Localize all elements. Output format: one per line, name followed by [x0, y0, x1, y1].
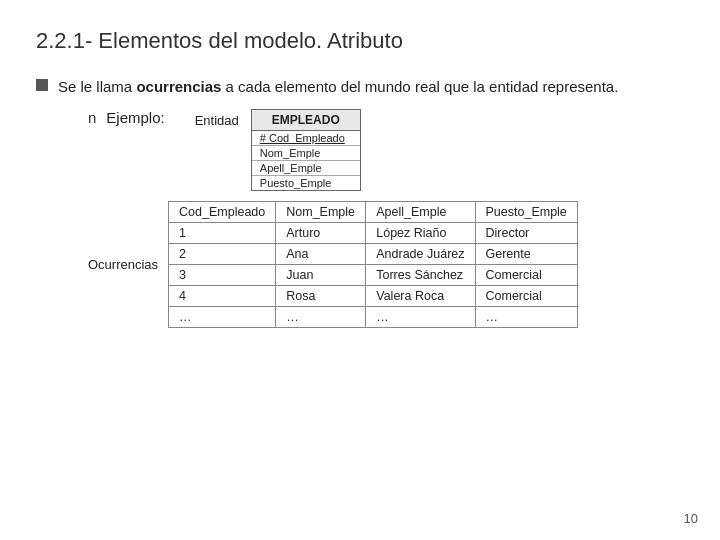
col-header-3: Puesto_Emple [475, 201, 577, 222]
cell-r1-c2: Andrade Juárez [366, 243, 475, 264]
cell-r0-c0: 1 [169, 222, 276, 243]
entity-attr-2: Apell_Emple [252, 161, 360, 176]
entity-attr-0: # Cod_Empleado [252, 131, 360, 146]
table-header-row: Cod_Empleado Nom_Emple Apell_Emple Puest… [169, 201, 578, 222]
col-header-2: Apell_Emple [366, 201, 475, 222]
data-table: Cod_Empleado Nom_Emple Apell_Emple Puest… [168, 201, 578, 328]
table-section: Ocurrencias Cod_Empleado Nom_Emple Apell… [88, 201, 684, 328]
cell-r4-c0: … [169, 306, 276, 327]
cell-r4-c1: … [276, 306, 366, 327]
table-row: 1ArturoLópez RiañoDirector [169, 222, 578, 243]
cell-r1-c0: 2 [169, 243, 276, 264]
entidad-label: Entidad [195, 113, 239, 128]
entity-attr-3: Puesto_Emple [252, 176, 360, 190]
cell-r0-c1: Arturo [276, 222, 366, 243]
col-header-0: Cod_Empleado [169, 201, 276, 222]
cell-r2-c3: Comercial [475, 264, 577, 285]
table-row: 2AnaAndrade JuárezGerente [169, 243, 578, 264]
cell-r2-c0: 3 [169, 264, 276, 285]
slide: 2.2.1- Elementos del modelo. Atributo Se… [0, 0, 720, 540]
bullet-text: Se le llama ocurrencias a cada elemento … [58, 76, 618, 99]
text-before-bold: Se le llama [58, 78, 136, 95]
cell-r4-c2: … [366, 306, 475, 327]
entity-attributes: # Cod_Empleado Nom_Emple Apell_Emple Pue… [251, 131, 361, 191]
ejemplo-label: Ejemplo: [106, 109, 164, 126]
cell-r1-c1: Ana [276, 243, 366, 264]
bold-text: ocurrencias [136, 78, 221, 95]
cell-r4-c3: … [475, 306, 577, 327]
entity-attr-1: Nom_Emple [252, 146, 360, 161]
content-area: Se le llama ocurrencias a cada elemento … [36, 76, 684, 328]
cell-r3-c3: Comercial [475, 285, 577, 306]
table-row: 4RosaValera RocaComercial [169, 285, 578, 306]
cell-r1-c3: Gerente [475, 243, 577, 264]
entidad-diagram-wrap: Entidad EMPLEADO # Cod_Empleado Nom_Empl… [195, 109, 361, 191]
slide-title: 2.2.1- Elementos del modelo. Atributo [36, 28, 684, 54]
cell-r3-c2: Valera Roca [366, 285, 475, 306]
cell-r0-c3: Director [475, 222, 577, 243]
main-bullet: Se le llama ocurrencias a cada elemento … [36, 76, 684, 99]
cell-r2-c2: Torres Sánchez [366, 264, 475, 285]
cell-r3-c1: Rosa [276, 285, 366, 306]
sub-bullet-content: Ejemplo: Entidad EMPLEADO # Cod_Empleado… [106, 109, 360, 191]
cell-r0-c2: López Riaño [366, 222, 475, 243]
table-row: 3JuanTorres SánchezComercial [169, 264, 578, 285]
sub-bullet-row: n Ejemplo: Entidad EMPLEADO # Cod_Emplea… [88, 109, 684, 191]
text-after-bold: a cada elemento del mundo real que la en… [221, 78, 618, 95]
bullet-icon [36, 79, 48, 91]
entity-diagram: EMPLEADO # Cod_Empleado Nom_Emple Apell_… [251, 109, 361, 191]
table-row: ………… [169, 306, 578, 327]
cell-r2-c1: Juan [276, 264, 366, 285]
col-header-1: Nom_Emple [276, 201, 366, 222]
slide-number: 10 [684, 511, 698, 526]
entity-name: EMPLEADO [251, 109, 361, 131]
cell-r3-c0: 4 [169, 285, 276, 306]
ocurrencias-label: Ocurrencias [88, 257, 158, 272]
sub-bullet-marker: n [88, 109, 96, 126]
